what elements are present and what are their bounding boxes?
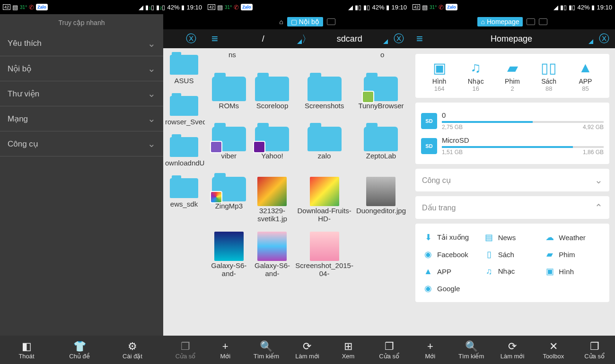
tab-ghost[interactable]	[327, 18, 335, 25]
category-phim[interactable]: ▰Phim2	[494, 60, 530, 92]
refresh-button[interactable]: ⟳Làm mới	[287, 340, 328, 360]
bookmark-item[interactable]: ▰Phim	[545, 249, 602, 260]
bookmark-item[interactable]: ▯Sách	[484, 249, 541, 260]
theme-button[interactable]: 👕Chủ đề	[53, 340, 106, 360]
storage-row[interactable]: SDMicroSD1,51 GB1,86 GB	[421, 133, 604, 158]
close-icon[interactable]: ⓧ	[388, 32, 410, 46]
bookmark-item[interactable]: ▣Hình	[545, 266, 602, 277]
image-item[interactable]: Download-Fruits-HD-	[294, 172, 354, 226]
close-icon[interactable]: ⓧ	[180, 32, 202, 46]
close-icon[interactable]: ⓧ	[593, 32, 615, 46]
storage-used: 1,51 GB	[442, 149, 463, 156]
folder-item[interactable]: ZeptoLab	[355, 122, 407, 171]
bookmark-item[interactable]: ▲APP	[423, 266, 480, 277]
path-separator-icon: 〉	[302, 33, 311, 45]
category-label: APP	[567, 78, 604, 85]
folder-icon	[308, 127, 342, 151]
windows-button[interactable]: ❐Cửa sổ	[369, 340, 410, 360]
windows-icon: ❐	[369, 340, 410, 353]
bookmarks-section[interactable]: Dấu trang⌃	[415, 196, 609, 219]
bookmark-item[interactable]: ◉Facebook	[423, 249, 480, 260]
folder-item[interactable]: Screenshots	[294, 72, 354, 121]
bookmark-item[interactable]: ▤News	[484, 232, 541, 243]
path-bar: ≡ / 〉 sdcard ⓧ	[205, 29, 410, 48]
folder-item[interactable]: Scoreloop	[251, 72, 294, 121]
category-count: 88	[531, 85, 567, 92]
folder-item[interactable]: rowser_SvedfiIes	[163, 89, 205, 130]
sidebar-item[interactable]: Nội bộ⌄	[0, 56, 163, 81]
refresh-button[interactable]: ⟳Làm mới	[492, 340, 533, 360]
view-button[interactable]: ⊞Xem	[328, 340, 369, 360]
folder-item[interactable]: ZingMp3	[208, 172, 250, 226]
file-label: Duongeditor.jpg	[356, 207, 406, 224]
bookmark-item[interactable]: ♫Nhạc	[484, 266, 541, 277]
image-item[interactable]: Galaxy-S6-and-	[208, 227, 250, 281]
battery-icon: ▮	[181, 4, 184, 11]
tab-ghost[interactable]	[539, 18, 547, 25]
search-button[interactable]: 🔍Tìm kiếm	[246, 340, 287, 360]
folder-item[interactable]: ews_sdk	[163, 172, 205, 213]
category-sách[interactable]: ▯▯Sách88	[531, 60, 567, 92]
image-item[interactable]: Duongeditor.jpg	[355, 172, 407, 226]
app-badge-icon	[210, 141, 222, 153]
category-nhạc[interactable]: ♫Nhạc16	[457, 60, 494, 92]
menu-icon[interactable]: ≡	[205, 32, 225, 45]
exit-button[interactable]: ◧Thoát	[0, 340, 53, 360]
sidebar-item[interactable]: Thư viện⌄	[0, 81, 163, 106]
path-current[interactable]: sdcard	[311, 34, 388, 44]
folder-item[interactable]: Yahoo!	[251, 122, 294, 171]
tools-section[interactable]: Công cụ⌄	[415, 169, 609, 191]
tab-bar: ⌂Homepage	[410, 14, 615, 29]
search-button[interactable]: 🔍Tìm kiếm	[451, 340, 492, 360]
battery-pct: 42%	[372, 4, 384, 11]
chevron-up-icon: ⌃	[595, 202, 603, 213]
bookmark-item[interactable]: ◉Google	[423, 283, 480, 294]
bookmark-item[interactable]: ☁Weather	[545, 232, 602, 243]
temp-indicator: 31°	[20, 5, 27, 10]
folder-item[interactable]: ASUS	[163, 48, 205, 89]
folder-item[interactable]: TunnyBrowser	[355, 72, 407, 121]
path-root[interactable]: /	[225, 34, 302, 44]
image-item[interactable]: 321329-svetik1.jp	[251, 172, 294, 226]
image-thumbnail	[366, 177, 395, 206]
category-hình[interactable]: ▣Hình164	[421, 60, 457, 92]
status-bar: 42 ▧ 31° ✆ Zalo ◢ ▮▯ ▮▯ 42% ▮ 19:10	[410, 0, 615, 14]
image-item[interactable]: Galaxy-S6-and-	[251, 227, 294, 281]
storage-row[interactable]: SD02,75 GB4,92 GB	[421, 108, 604, 133]
file-label: ZeptoLab	[356, 152, 406, 169]
folder-item[interactable]: viber	[208, 122, 250, 171]
sidebar-item[interactable]: Công cụ⌄	[0, 131, 163, 156]
signal2-icon: ▮2▯	[156, 4, 165, 11]
tab-homepage[interactable]: ⌂Homepage	[477, 17, 523, 26]
tab-ghost[interactable]	[527, 18, 535, 25]
bookmark-icon: ⬇	[423, 232, 433, 243]
windows-icon: ❐	[574, 340, 615, 353]
homepage-area[interactable]: ▣Hình164♫Nhạc16▰Phim2▯▯Sách88▲APP85 SD02…	[410, 48, 615, 336]
category-count: 85	[567, 85, 604, 92]
folder-item[interactable]: zalo	[294, 122, 354, 171]
folder-item[interactable]: ROMs	[208, 72, 250, 121]
bookmark-label: Hình	[559, 268, 574, 276]
home-icon[interactable]: ⌂	[279, 18, 283, 26]
new-button[interactable]: +Mới	[410, 340, 451, 360]
windows-button[interactable]: ❐Cửa sổ	[159, 340, 212, 360]
sidebar-item[interactable]: Yêu thích⌄	[0, 31, 163, 56]
folder-icon	[170, 178, 198, 198]
settings-button[interactable]: ⚙Cài đặt	[106, 340, 159, 360]
toolbox-button[interactable]: ✕Toolbox	[533, 340, 574, 360]
folder-item[interactable]: ownloadndUploa	[163, 130, 205, 172]
category-icon: ♫	[457, 60, 494, 77]
folder-label: rowser_SvedfiIes	[165, 118, 203, 126]
sidebar-item[interactable]: Mạng⌄	[0, 106, 163, 131]
file-grid-area[interactable]: ns o ROMsScoreloopScreenshotsTunnyBrowse…	[205, 48, 410, 336]
menu-icon[interactable]: ≡	[410, 32, 430, 45]
new-button[interactable]: +Mới	[205, 340, 246, 360]
windows-button[interactable]: ❐Cửa sổ	[574, 340, 615, 360]
folder-icon	[364, 127, 398, 151]
category-app[interactable]: ▲APP85	[567, 60, 604, 92]
image-item[interactable]: Screenshot_2015-04-	[294, 227, 354, 281]
clock: 19:10	[597, 4, 612, 11]
signal1-icon: ▮1▯	[145, 4, 154, 11]
tab-internal[interactable]: ▢Nội bộ	[287, 17, 323, 26]
bookmark-item[interactable]: ⬇Tải xuống	[423, 232, 480, 243]
